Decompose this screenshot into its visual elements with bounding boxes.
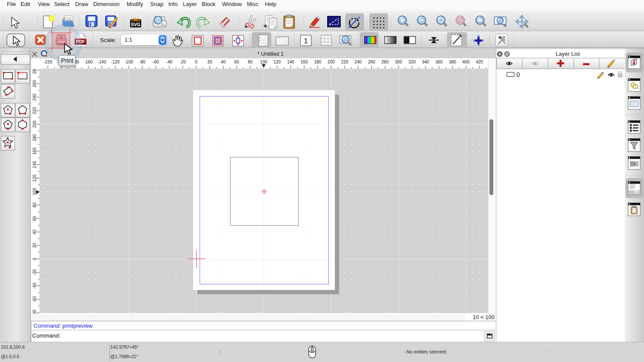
svg-text:260: 260 <box>32 80 37 87</box>
svg-text:120: 120 <box>32 174 37 181</box>
svg-text:-20: -20 <box>32 269 37 275</box>
svg-text:220: 220 <box>32 107 37 114</box>
svg-text:360: 360 <box>435 60 443 64</box>
svg-text:200: 200 <box>32 121 37 128</box>
svg-text:20: 20 <box>207 60 213 64</box>
svg-text:-80: -80 <box>32 310 37 314</box>
svg-text:0: 0 <box>195 60 197 64</box>
svg-text:100: 100 <box>260 60 267 64</box>
svg-text:100: 100 <box>32 188 37 195</box>
svg-text:220: 220 <box>341 60 348 64</box>
svg-text:420: 420 <box>476 60 483 64</box>
svg-text:300: 300 <box>395 60 402 64</box>
svg-text:-80: -80 <box>139 60 146 64</box>
svg-text:-140: -140 <box>97 60 106 64</box>
svg-text:120: 120 <box>273 60 281 64</box>
svg-text:160: 160 <box>301 60 308 64</box>
svg-text:140: 140 <box>287 60 295 64</box>
svg-text:-100: -100 <box>125 60 133 64</box>
svg-text:80: 80 <box>32 202 37 208</box>
svg-text:320: 320 <box>408 60 416 64</box>
svg-text:20: 20 <box>32 243 37 248</box>
svg-text:240: 240 <box>32 94 37 101</box>
svg-text:240: 240 <box>355 60 362 64</box>
svg-text:SVG: SVG <box>131 22 140 27</box>
svg-text:280: 280 <box>382 60 389 64</box>
svg-text:160: 160 <box>32 148 37 155</box>
svg-text:260: 260 <box>368 60 375 64</box>
svg-text:140: 140 <box>32 161 37 168</box>
svg-text:1: 1 <box>304 37 308 45</box>
svg-text:40: 40 <box>32 229 37 235</box>
svg-text:40: 40 <box>221 60 226 64</box>
svg-text:60: 60 <box>32 216 37 221</box>
svg-text:340: 340 <box>422 60 429 64</box>
svg-text:0: 0 <box>32 257 37 260</box>
svg-text:-60: -60 <box>32 296 37 302</box>
svg-text:-40: -40 <box>32 283 37 289</box>
svg-text:60: 60 <box>234 60 240 64</box>
svg-text:80: 80 <box>248 60 253 64</box>
svg-text:-40: -40 <box>166 60 173 64</box>
svg-text:-60: -60 <box>153 60 159 64</box>
svg-text:-120: -120 <box>111 60 120 64</box>
svg-text:200: 200 <box>328 60 335 64</box>
svg-text:-20: -20 <box>179 60 186 64</box>
svg-text:180: 180 <box>314 60 321 64</box>
svg-text:180: 180 <box>32 134 37 141</box>
svg-text:400: 400 <box>462 60 470 64</box>
svg-text:380: 380 <box>449 60 456 64</box>
svg-text:280: 280 <box>32 69 37 74</box>
